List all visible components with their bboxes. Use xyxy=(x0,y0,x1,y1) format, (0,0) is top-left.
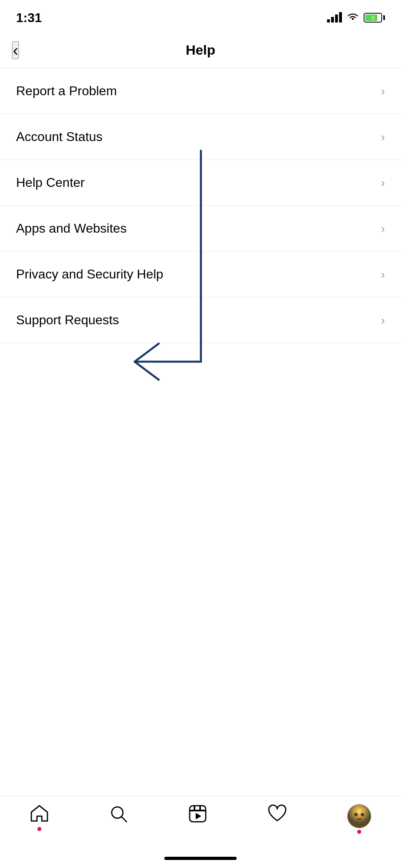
home-dot xyxy=(37,827,41,831)
menu-item-label: Support Requests xyxy=(16,313,119,328)
status-icons: ⚡ xyxy=(327,12,385,24)
menu-item-support-requests[interactable]: Support Requests › xyxy=(0,297,401,343)
bottom-nav-reels[interactable] xyxy=(188,804,207,826)
back-button[interactable]: ‹ xyxy=(12,41,19,59)
svg-point-9 xyxy=(348,805,371,828)
menu-list: Report a Problem › Account Status › Help… xyxy=(0,68,401,343)
profile-dot xyxy=(357,830,361,834)
home-icon xyxy=(30,804,49,825)
status-time: 1:31 xyxy=(16,10,42,25)
status-bar: 1:31 ⚡ xyxy=(0,0,401,32)
menu-item-label: Report a Problem xyxy=(16,84,117,98)
wifi-icon xyxy=(347,12,359,24)
menu-item-label: Privacy and Security Help xyxy=(16,267,163,282)
bottom-nav-activity[interactable] xyxy=(267,804,287,825)
bottom-nav-search[interactable] xyxy=(109,804,128,826)
menu-item-label: Apps and Websites xyxy=(16,221,127,236)
svg-rect-4 xyxy=(190,806,206,822)
chevron-right-icon: › xyxy=(381,176,385,190)
bottom-nav-profile[interactable] xyxy=(347,804,371,828)
signal-icon xyxy=(327,13,342,23)
menu-item-account-status[interactable]: Account Status › xyxy=(0,114,401,160)
chevron-right-icon: › xyxy=(381,268,385,281)
menu-item-privacy-security[interactable]: Privacy and Security Help › xyxy=(0,252,401,297)
svg-point-10 xyxy=(354,813,358,816)
chevron-right-icon: › xyxy=(381,84,385,98)
svg-rect-7 xyxy=(199,806,201,810)
profile-avatar xyxy=(347,804,371,828)
home-indicator xyxy=(164,857,237,860)
reels-icon xyxy=(188,804,207,826)
menu-item-help-center[interactable]: Help Center › xyxy=(0,160,401,206)
svg-rect-6 xyxy=(194,806,195,810)
search-icon xyxy=(109,804,128,826)
svg-rect-5 xyxy=(190,810,206,811)
menu-item-label: Help Center xyxy=(16,175,85,190)
chevron-right-icon: › xyxy=(381,222,385,235)
menu-item-report-problem[interactable]: Report a Problem › xyxy=(0,68,401,114)
page-title: Help xyxy=(186,42,215,58)
menu-item-label: Account Status xyxy=(16,129,102,144)
heart-icon xyxy=(267,804,287,825)
bottom-nav-home[interactable] xyxy=(30,804,49,825)
chevron-right-icon: › xyxy=(381,313,385,327)
svg-point-11 xyxy=(361,813,364,816)
battery-icon: ⚡ xyxy=(364,13,385,23)
menu-item-apps-websites[interactable]: Apps and Websites › xyxy=(0,206,401,252)
chevron-right-icon: › xyxy=(381,130,385,144)
svg-line-3 xyxy=(121,817,127,822)
nav-header: ‹ Help xyxy=(0,32,401,68)
